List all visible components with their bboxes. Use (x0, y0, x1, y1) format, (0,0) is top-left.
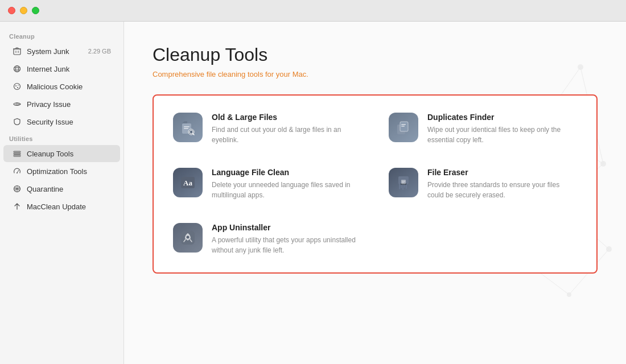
optimization-tools-label: Optimization Tools (27, 167, 111, 176)
language-file-clean-desc: Delete your unneeded language files save… (212, 180, 361, 200)
file-eraser-info: File Eraser Provide three standards to e… (427, 168, 577, 200)
svg-point-25 (600, 161, 606, 167)
duplicates-finder-info: Duplicates Finder Wipe out your identica… (427, 113, 577, 145)
duplicates-finder-name: Duplicates Finder (427, 113, 577, 122)
quarantine-icon (13, 184, 22, 193)
sidebar-item-optimization-tools[interactable]: Optimization Tools (3, 163, 120, 180)
language-file-clean-info: Language File Clean Delete your unneeded… (212, 168, 361, 200)
sidebar-item-malicious-cookie[interactable]: Malicious Cookie (3, 78, 120, 95)
page-subtitle: Comprehensive file cleaning tools for yo… (153, 70, 598, 78)
malicious-cookie-label: Malicious Cookie (27, 82, 111, 91)
svg-rect-67 (402, 184, 403, 190)
globe-icon (13, 64, 22, 73)
sidebar-item-system-junk[interactable]: System Junk 2.29 GB (3, 43, 120, 60)
app-uninstaller-info: App Uninstaller A powerful utility that … (212, 223, 361, 255)
sidebar-item-privacy-issue[interactable]: Privacy Issue (3, 96, 120, 113)
sidebar-item-security-issue[interactable]: Security Issue (3, 113, 120, 130)
svg-rect-14 (14, 154, 20, 155)
app-body: Cleanup System Junk 2.29 GB (0, 22, 626, 364)
old-large-files-desc: Find and cut out your old & large files … (212, 125, 361, 145)
sidebar-item-cleanup-tools[interactable]: Cleanup Tools (3, 145, 120, 162)
titlebar (0, 0, 626, 22)
main-content: Cleanup Tools Comprehensive file cleanin… (124, 22, 626, 364)
duplicates-finder-icon (389, 113, 418, 142)
sidebar-item-internet-junk[interactable]: Internet Junk (3, 60, 120, 77)
tools-container: Old & Large Files Find and cut out your … (153, 94, 598, 274)
file-eraser-desc: Provide three standards to ensure your f… (427, 180, 577, 200)
arrow-up-icon (13, 202, 22, 211)
svg-rect-69 (406, 184, 407, 189)
gauge-icon (13, 167, 22, 176)
file-eraser-icon (389, 168, 418, 197)
old-large-files-icon (173, 113, 203, 142)
svg-point-8 (14, 84, 20, 90)
svg-point-4 (14, 66, 20, 72)
svg-point-9 (15, 85, 17, 86)
svg-rect-51 (184, 128, 188, 129)
svg-rect-59 (401, 126, 405, 127)
empty-cell (375, 212, 591, 267)
svg-point-5 (16, 66, 19, 72)
app-uninstaller-desc: A powerful utility that gets your apps u… (212, 235, 361, 255)
cleanup-section-label: Cleanup (0, 28, 123, 42)
svg-point-10 (17, 87, 18, 88)
svg-point-11 (18, 85, 18, 85)
quarantine-label: Quarantine (27, 185, 111, 193)
svg-rect-13 (14, 151, 20, 152)
svg-rect-66 (401, 184, 402, 188)
svg-point-17 (17, 172, 18, 173)
security-issue-label: Security Issue (27, 118, 111, 126)
maximize-button[interactable] (32, 7, 39, 14)
svg-rect-58 (401, 124, 406, 125)
svg-point-28 (606, 246, 612, 252)
svg-point-29 (567, 292, 571, 297)
utilities-section-label: Utilities (0, 131, 123, 144)
tools-icon (13, 149, 22, 158)
sidebar-item-quarantine[interactable]: Quarantine (3, 180, 120, 197)
svg-point-12 (16, 103, 18, 105)
internet-junk-label: Internet Junk (27, 65, 111, 73)
svg-rect-15 (14, 155, 20, 156)
trash-icon (13, 47, 22, 56)
cookie-icon (13, 82, 22, 91)
svg-rect-0 (14, 49, 20, 55)
macclean-update-label: MacClean Update (27, 202, 111, 211)
duplicates-finder-desc: Wipe out your identical files to keep on… (427, 125, 577, 145)
tool-card-app-uninstaller[interactable]: App Uninstaller A powerful utility that … (159, 212, 375, 267)
minimize-button[interactable] (20, 7, 27, 14)
tool-card-old-large-files[interactable]: Old & Large Files Find and cut out your … (159, 101, 375, 156)
system-junk-label: System Junk (27, 47, 83, 56)
page-title: Cleanup Tools (153, 44, 598, 65)
app-uninstaller-name: App Uninstaller (212, 223, 361, 232)
tool-card-duplicates-finder[interactable]: Duplicates Finder Wipe out your identica… (375, 101, 591, 156)
svg-point-76 (187, 236, 190, 239)
tool-card-language-file-clean[interactable]: Aa Language File Clean Delete your unnee… (159, 156, 375, 212)
old-large-files-name: Old & Large Files (212, 113, 361, 122)
old-large-files-info: Old & Large Files Find and cut out your … (212, 113, 361, 145)
eye-icon (13, 100, 22, 109)
language-file-clean-icon: Aa (173, 168, 203, 197)
tool-card-file-eraser[interactable]: File Eraser Provide three standards to e… (375, 156, 591, 212)
svg-rect-71 (401, 180, 406, 184)
file-eraser-name: File Eraser (427, 168, 577, 177)
sidebar-item-macclean-update[interactable]: MacClean Update (3, 198, 120, 215)
sidebar: Cleanup System Junk 2.29 GB (0, 22, 124, 364)
cleanup-tools-label: Cleanup Tools (27, 150, 111, 158)
svg-rect-50 (184, 126, 190, 127)
privacy-issue-label: Privacy Issue (27, 100, 111, 109)
system-junk-badge: 2.29 GB (88, 48, 111, 55)
app-uninstaller-icon (173, 223, 203, 253)
shield-icon (13, 117, 22, 126)
svg-text:Aa: Aa (183, 179, 192, 187)
close-button[interactable] (8, 7, 15, 14)
svg-rect-65 (399, 184, 400, 189)
language-file-clean-name: Language File Clean (212, 168, 361, 177)
